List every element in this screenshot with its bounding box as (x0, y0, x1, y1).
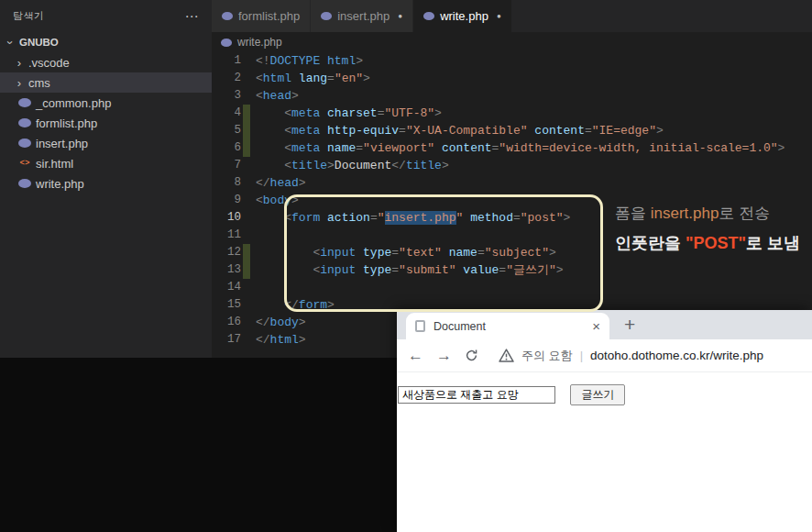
tab-formlist-php[interactable]: formlist.php (212, 0, 311, 32)
code-token: "IE=edge" (592, 124, 656, 138)
code-token: </ (256, 333, 270, 347)
code-text: <title>Document</title> (250, 157, 449, 174)
site-security[interactable]: 주의 요함 | dotoho.dothome.co.kr/write.php (499, 348, 763, 364)
tree-file-write-php[interactable]: write.php (0, 173, 212, 194)
breadcrumb[interactable]: write.php (212, 32, 812, 52)
tab-insert-php[interactable]: insert.php ● (311, 0, 413, 32)
code-line[interactable]: 4 <meta charset="UTF-8"> (212, 105, 812, 122)
annotation-text: 폼을 (615, 205, 651, 222)
file-label: write.php (36, 177, 84, 191)
modified-dot-icon[interactable]: ● (497, 13, 501, 20)
line-number: 6 (212, 139, 241, 157)
code-token: title (406, 159, 442, 172)
code-token: " (378, 211, 385, 225)
indent-guide (284, 227, 285, 244)
forward-button[interactable]: → (436, 348, 452, 363)
code-token: "post" (521, 211, 564, 225)
code-token: > (327, 298, 335, 312)
line-number: 10 (212, 209, 241, 227)
git-gutter-marker (243, 244, 250, 261)
code-token: value (463, 263, 499, 277)
php-icon (18, 179, 31, 188)
code-line[interactable]: 14 (212, 279, 812, 296)
new-tab-button[interactable]: + (624, 315, 635, 334)
code-text: <form action="insert.php" method="post"> (250, 209, 570, 227)
code-line[interactable]: 13 <input type="submit" value="글쓰기"> (212, 261, 812, 279)
code-line[interactable]: 3<head> (212, 87, 812, 105)
code-line[interactable]: 2<html lang="en"> (212, 70, 812, 87)
line-number: 17 (212, 331, 241, 349)
code-token: name (327, 141, 356, 155)
line-number: 1 (212, 52, 241, 70)
code-token: body (263, 194, 291, 207)
tree-file-formlist-php[interactable]: formlist.php (0, 113, 212, 133)
git-gutter-marker (243, 192, 250, 209)
submit-button[interactable]: 글쓰기 (570, 384, 625, 405)
code-token: = (399, 124, 406, 138)
code-token (256, 298, 284, 312)
code-line[interactable]: 5 <meta http-equiv="X-UA-Compatible" con… (212, 122, 812, 139)
folder-label: cms (28, 76, 50, 90)
tree-file-common-php[interactable]: _common.php (0, 93, 212, 113)
code-token (256, 159, 284, 172)
git-gutter-marker (243, 105, 250, 122)
code-text: <meta name="viewport" content="width=dev… (250, 139, 785, 157)
code-token: DOCTYPE html (270, 54, 357, 68)
file-label: insert.php (36, 137, 88, 150)
code-token: "submit" (399, 263, 455, 277)
code-token: < (284, 106, 291, 120)
git-gutter-marker (243, 209, 250, 227)
code-token (256, 106, 284, 120)
tree-file-insert-php[interactable]: insert.php (0, 133, 212, 153)
more-actions-icon[interactable]: ⋯ (185, 9, 199, 23)
page-favicon-icon (415, 320, 425, 332)
code-token: < (284, 159, 291, 172)
code-token: = (327, 72, 335, 85)
line-number: 15 (212, 296, 241, 314)
code-token (320, 211, 327, 225)
reload-button[interactable] (465, 349, 478, 362)
code-line[interactable]: 8</head> (212, 174, 812, 192)
code-text: <meta http-equiv="X-UA-Compatible" conte… (250, 122, 664, 139)
code-token: > (291, 89, 299, 103)
code-token: = (356, 141, 363, 155)
code-token: type (363, 263, 391, 277)
git-gutter-marker (243, 314, 250, 331)
code-token: < (284, 211, 291, 225)
code-token: </ (284, 298, 299, 312)
tree-folder-vscode[interactable]: › .vscode (0, 52, 212, 72)
code-token: < (256, 89, 263, 103)
close-icon[interactable]: × (592, 319, 600, 333)
tree-folder-cms[interactable]: › cms (0, 72, 212, 93)
code-token: http-equiv (327, 124, 399, 138)
code-line[interactable]: 1<!DOCTYPE html> (212, 52, 812, 70)
tab-write-php[interactable]: write.php ● (413, 0, 512, 32)
back-button[interactable]: ← (408, 348, 423, 363)
browser-tab-document[interactable]: Document × (406, 313, 609, 339)
code-token: = (477, 246, 485, 260)
tree-file-sir-html[interactable]: <> sir.html (0, 153, 212, 173)
annotation-text: "POST" (686, 234, 746, 252)
code-token: > (299, 176, 306, 190)
code-line[interactable]: 6 <meta name="viewport" content="width=d… (212, 139, 812, 157)
php-icon (222, 12, 233, 20)
code-line[interactable]: 7 <title>Document</title> (212, 157, 812, 174)
code-text: <!DOCTYPE html> (250, 52, 363, 70)
browser-window: Document × + ← → 주의 요함 | dotoho.dothome.… (397, 310, 812, 532)
code-token: name (449, 246, 477, 260)
explorer-header: 탐색기 ⋯ (0, 0, 212, 32)
modified-dot-icon[interactable]: ● (398, 13, 402, 20)
code-token: insert.php (385, 211, 456, 225)
php-icon (221, 39, 232, 47)
git-gutter-marker (243, 296, 250, 314)
code-token: > (434, 106, 442, 120)
subject-input[interactable] (398, 386, 555, 404)
code-token: = (391, 246, 399, 260)
code-token: charset (327, 106, 378, 120)
tree-root-gnubo[interactable]: › GNUBO (0, 32, 212, 52)
git-gutter-marker (243, 227, 250, 244)
address-url[interactable]: dotoho.dothome.co.kr/write.php (590, 349, 763, 362)
url-divider: | (580, 349, 583, 362)
browser-toolbar: ← → 주의 요함 | dotoho.dothome.co.kr/write.p… (397, 339, 812, 372)
explorer-sidebar: 탐색기 ⋯ › GNUBO › .vscode › cms _common.ph… (0, 0, 212, 358)
